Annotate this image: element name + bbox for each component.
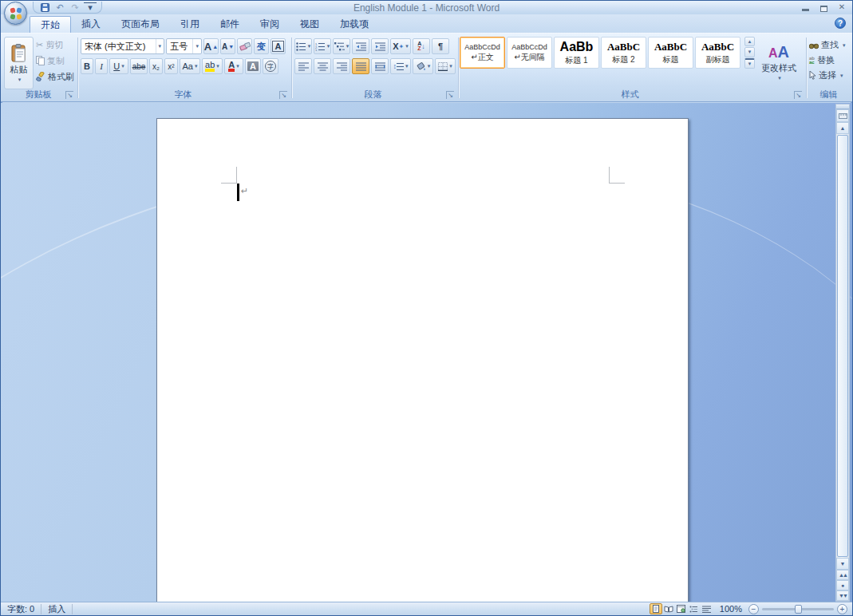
styles-scroll-up-button[interactable]: ▲ bbox=[744, 37, 755, 46]
minimize-button[interactable] bbox=[800, 2, 811, 12]
font-dialog-launcher[interactable]: ↘ bbox=[279, 91, 287, 99]
character-shading-button[interactable]: A bbox=[245, 58, 261, 74]
tab-review[interactable]: 审阅 bbox=[250, 16, 290, 33]
paste-button[interactable]: 粘贴 ▾ bbox=[4, 37, 34, 89]
scrollbar-track[interactable] bbox=[836, 134, 849, 558]
line-spacing-button[interactable]: ↕ ▾ bbox=[390, 58, 411, 74]
format-painter-button[interactable]: 格式刷 bbox=[36, 69, 74, 85]
previous-page-button[interactable]: ▲▲ bbox=[836, 570, 849, 580]
print-layout-view-button[interactable] bbox=[650, 603, 662, 614]
document-page[interactable]: ↵ bbox=[156, 118, 689, 602]
copy-button[interactable]: 复制 bbox=[36, 53, 74, 69]
style-title[interactable]: AaBbC 标题 bbox=[648, 37, 693, 69]
tab-insert[interactable]: 插入 bbox=[71, 16, 111, 33]
styles-dialog-launcher[interactable]: ↘ bbox=[794, 91, 802, 99]
change-case-button[interactable]: Aa ▾ bbox=[180, 58, 200, 74]
undo-button[interactable]: ↶ bbox=[53, 2, 66, 13]
multilevel-list-button[interactable]: ▾ bbox=[333, 38, 350, 54]
office-button[interactable] bbox=[4, 2, 27, 25]
show-hide-marks-button[interactable]: ¶ bbox=[432, 38, 449, 54]
draft-view-button[interactable] bbox=[701, 603, 713, 614]
zoom-level-label[interactable]: 100% bbox=[717, 604, 745, 614]
strikethrough-button[interactable]: abe bbox=[130, 58, 148, 74]
grow-font-button[interactable]: A▲ bbox=[203, 38, 219, 54]
asian-layout-button[interactable]: X ✦ ▾ bbox=[390, 38, 411, 54]
change-styles-button[interactable]: AA 更改样式 ▾ bbox=[758, 37, 800, 88]
word-count-indicator[interactable]: 字数: 0 bbox=[1, 604, 41, 614]
justify-button[interactable] bbox=[352, 58, 369, 74]
distribute-button[interactable] bbox=[371, 58, 389, 74]
zoom-slider-track[interactable] bbox=[762, 608, 834, 610]
borders-button[interactable]: ▾ bbox=[435, 58, 456, 74]
character-border-button[interactable]: A bbox=[271, 38, 286, 54]
help-button[interactable]: ? bbox=[835, 18, 846, 29]
font-name-combo[interactable]: 宋体 (中文正文) ▾ bbox=[81, 38, 164, 54]
align-right-button[interactable] bbox=[333, 58, 350, 74]
bullets-button[interactable]: ▾ bbox=[294, 38, 312, 54]
bold-button[interactable]: B bbox=[81, 58, 93, 74]
insert-mode-indicator[interactable]: 插入 bbox=[41, 604, 73, 614]
cut-button[interactable]: ✂ 剪切 bbox=[36, 37, 74, 53]
zoom-in-button[interactable]: + bbox=[837, 604, 847, 614]
font-size-combo[interactable]: 五号 ▾ bbox=[166, 38, 202, 54]
qat-customize-button[interactable]: ▾ bbox=[84, 2, 97, 13]
tab-view[interactable]: 视图 bbox=[290, 16, 330, 33]
tab-page-layout[interactable]: 页面布局 bbox=[111, 16, 170, 33]
close-button[interactable]: ✕ bbox=[836, 2, 847, 12]
line-spacing-dropdown-icon: ▾ bbox=[405, 63, 409, 69]
text-highlight-button[interactable]: ab ▾ bbox=[202, 58, 223, 74]
increase-indent-button[interactable] bbox=[371, 38, 389, 54]
redo-button[interactable]: ↷ bbox=[69, 2, 81, 13]
shading-button[interactable]: ▾ bbox=[413, 58, 433, 74]
zoom-out-button[interactable]: − bbox=[748, 604, 759, 614]
align-left-button[interactable] bbox=[294, 58, 312, 74]
align-center-button[interactable] bbox=[314, 58, 331, 74]
scrollbar-thumb[interactable] bbox=[837, 135, 848, 557]
clipboard-dialog-launcher[interactable]: ↘ bbox=[65, 91, 73, 99]
paragraph-dialog-launcher[interactable]: ↘ bbox=[446, 91, 454, 99]
ruler-toggle-button[interactable] bbox=[836, 109, 849, 122]
subscript-button[interactable]: x₂ bbox=[149, 58, 163, 74]
tab-references[interactable]: 引用 bbox=[170, 16, 210, 33]
styles-scroll-down-button[interactable]: ▼ bbox=[744, 47, 755, 57]
superscript-button[interactable]: x² bbox=[164, 58, 178, 74]
style-subtitle[interactable]: AaBbC 副标题 bbox=[695, 37, 740, 69]
style-normal[interactable]: AaBbCcDd ↵正文 bbox=[460, 37, 505, 69]
styles-more-button[interactable]: ▼ bbox=[744, 58, 755, 69]
font-color-button[interactable]: A ▾ bbox=[224, 58, 243, 74]
outline-view-button[interactable] bbox=[688, 603, 701, 614]
style-name: 标题 2 bbox=[612, 54, 634, 65]
style-no-spacing[interactable]: AaBbCcDd ↵无间隔 bbox=[507, 37, 552, 69]
scroll-down-button[interactable]: ▼ bbox=[836, 558, 849, 570]
clipboard-group: 粘贴 ▾ ✂ 剪切 复制 bbox=[2, 34, 74, 101]
find-button[interactable]: 查找 ▾ bbox=[809, 39, 846, 51]
next-page-button[interactable]: ▼▼ bbox=[836, 590, 849, 601]
shrink-font-button[interactable]: A▼ bbox=[220, 38, 235, 54]
tab-mailings[interactable]: 邮件 bbox=[210, 16, 250, 33]
tab-addins[interactable]: 加载项 bbox=[330, 16, 379, 33]
style-heading2[interactable]: AaBbC 标题 2 bbox=[601, 37, 646, 69]
italic-button[interactable]: I bbox=[95, 58, 108, 74]
style-heading1[interactable]: AaBb 标题 1 bbox=[554, 37, 599, 69]
clear-formatting-button[interactable] bbox=[237, 38, 252, 54]
fullscreen-reading-view-button[interactable] bbox=[662, 603, 675, 614]
restore-button[interactable] bbox=[818, 2, 829, 12]
underline-button[interactable]: U ▾ bbox=[109, 58, 128, 74]
save-button[interactable] bbox=[38, 2, 51, 13]
zoom-slider-thumb[interactable] bbox=[795, 605, 802, 614]
phonetic-guide-button[interactable]: 变 bbox=[254, 38, 269, 54]
paste-clipboard-icon bbox=[11, 44, 27, 63]
scroll-up-button[interactable]: ▲ bbox=[836, 122, 849, 134]
web-layout-view-button[interactable] bbox=[675, 603, 688, 614]
replace-button[interactable]: ab ac 替换 bbox=[809, 54, 846, 66]
sort-button[interactable]: A Z ↓ bbox=[413, 38, 430, 54]
tab-home[interactable]: 开始 bbox=[30, 16, 71, 33]
select-button[interactable]: 选择 ▾ bbox=[809, 69, 846, 81]
multilevel-list-icon bbox=[334, 42, 345, 51]
vertical-scrollbar: ▲ ▼ ▲▲ ● ▼▼ bbox=[835, 104, 850, 602]
select-browse-object-button[interactable]: ● bbox=[836, 580, 849, 590]
style-preview: AaBbCcDd bbox=[464, 43, 500, 51]
enclose-characters-button[interactable]: 字 bbox=[263, 58, 278, 74]
decrease-indent-button[interactable] bbox=[352, 38, 369, 54]
numbering-button[interactable]: 123 ▾ bbox=[314, 38, 331, 54]
